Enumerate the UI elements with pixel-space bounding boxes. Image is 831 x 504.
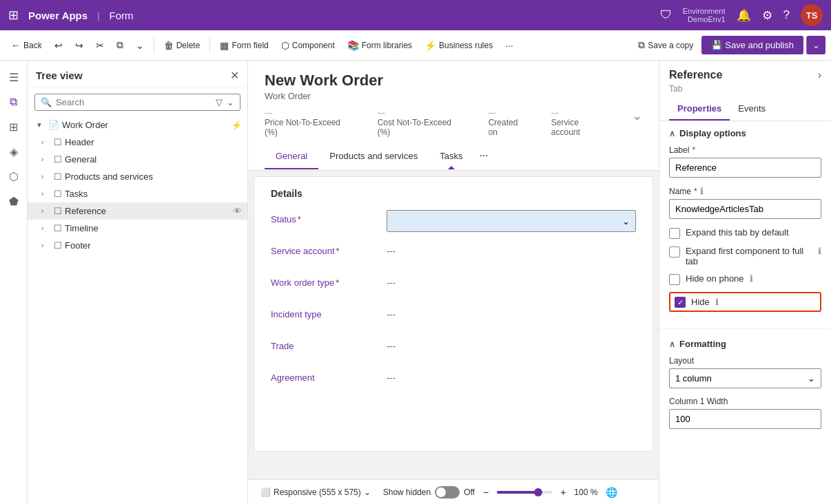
sidebar-layers-icon[interactable]: ⧉	[3, 91, 25, 113]
info-icon[interactable]: ℹ	[750, 273, 753, 284]
shield-icon: 🛡	[660, 8, 672, 22]
tree-item-general[interactable]: › ☐ General	[28, 151, 247, 168]
page-icon: ☐	[54, 240, 62, 251]
hide-checkbox[interactable]: ✓	[675, 297, 686, 308]
delete-button[interactable]: 🗑 Delete	[158, 37, 206, 54]
tab-indicator	[448, 166, 455, 169]
form-expand-icon[interactable]: ⌄	[632, 108, 642, 137]
tree-item-products-services[interactable]: › ☐ Products and services	[28, 168, 247, 185]
save-publish-dropdown-button[interactable]: ⌄	[806, 36, 825, 54]
field-value-incident-type: ---	[387, 305, 396, 319]
sidebar-icons: ☰ ⧉ ⊞ ◈ ⬡ ⬟	[0, 61, 28, 504]
tree-item-reference[interactable]: › ☐ Reference 👁	[28, 202, 247, 220]
formatting-section: ∧ Formatting Layout 1 column ⌄ Column 1 …	[659, 332, 831, 444]
copy-button[interactable]: ⧉	[111, 36, 129, 54]
name-input[interactable]	[669, 199, 821, 219]
save-copy-button[interactable]: ⧉ Save a copy	[633, 36, 699, 54]
layout-dropdown[interactable]: 1 column ⌄	[669, 368, 821, 388]
tab-tasks[interactable]: Tasks	[429, 144, 473, 169]
field-value-trade: ---	[387, 337, 396, 351]
section-label: Display options	[679, 128, 746, 138]
filter-chevron-icon[interactable]: ⌄	[227, 97, 234, 107]
required-indicator: *	[336, 246, 340, 256]
main-layout: ☰ ⧉ ⊞ ◈ ⬡ ⬟ Tree view ✕ 🔍 ▽ ⌄ ▼ 📄 Work O…	[0, 61, 831, 504]
tab-products-services[interactable]: Products and services	[318, 144, 429, 169]
meta-value: Created on	[489, 118, 529, 137]
expand-default-checkbox[interactable]	[669, 228, 680, 239]
section-collapse-icon: ∧	[669, 129, 675, 138]
tab-events[interactable]: Events	[730, 99, 774, 120]
info-icon[interactable]: ℹ	[818, 246, 821, 256]
tree-item-timeline[interactable]: › ☐ Timeline	[28, 220, 247, 237]
meta-value: Price Not-To-Exceed (%)	[265, 118, 356, 137]
sidebar-grid-icon[interactable]: ⊞	[3, 116, 25, 138]
top-bar-right: 🛡 Environment DemoEnv1 🔔 ⚙ ? TS	[660, 4, 823, 26]
status-dropdown[interactable]: ⌄	[387, 210, 636, 232]
sidebar-nav-icon[interactable]: ☰	[3, 66, 25, 88]
save-publish-button[interactable]: 💾 Save and publish	[701, 36, 803, 54]
panel-divider	[659, 328, 831, 329]
paste-options-button[interactable]: ⌄	[130, 37, 150, 54]
redo-button[interactable]: ↪	[70, 37, 89, 54]
panel-expand-icon[interactable]: ›	[818, 69, 821, 81]
redo-icon: ↪	[75, 40, 83, 51]
grid-icon[interactable]: ⊞	[8, 8, 19, 23]
toggle-track[interactable]	[435, 486, 460, 498]
tree-item-label: Products and services	[65, 171, 242, 182]
filter-icon[interactable]: ▽	[216, 97, 223, 107]
back-button[interactable]: ← Back	[6, 37, 48, 54]
tab-general[interactable]: General	[265, 144, 318, 169]
display-options-header[interactable]: ∧ Display options	[669, 128, 821, 138]
field-row-work-order-type: Work order type* ---	[271, 273, 636, 295]
expand-first-row: Expand first component to full tab ℹ	[669, 246, 821, 266]
required-star: *	[692, 145, 695, 155]
col1-width-input[interactable]	[669, 409, 821, 429]
settings-icon[interactable]: ⚙	[762, 8, 772, 23]
component-button[interactable]: ⬡ Component	[276, 37, 340, 54]
label-input[interactable]	[669, 158, 821, 178]
world-icon[interactable]: 🌐	[606, 487, 617, 498]
info-icon[interactable]: ℹ	[700, 186, 704, 196]
tree-item-tasks[interactable]: › ☐ Tasks	[28, 185, 247, 202]
add-icon[interactable]: ⚡	[232, 120, 242, 130]
form-libraries-button[interactable]: 📚 Form libraries	[342, 37, 418, 54]
publish-icon: 💾	[711, 40, 722, 50]
responsive-button[interactable]: ⬜ Responsive (555 x 575) ⌄	[256, 485, 375, 499]
tree-item-footer[interactable]: › ☐ Footer	[28, 237, 247, 254]
col1-width-field: Column 1 Width	[669, 397, 821, 429]
plus-icon[interactable]: +	[560, 487, 566, 498]
sidebar-hierarchy-icon[interactable]: ⬟	[3, 190, 25, 212]
tab-more[interactable]: ···	[473, 143, 493, 170]
environment-block: Environment DemoEnv1	[683, 7, 726, 23]
help-icon[interactable]: ?	[783, 8, 790, 22]
user-avatar[interactable]: TS	[801, 4, 823, 26]
sidebar-flow-icon[interactable]: ⬡	[3, 165, 25, 187]
name-field-label: Name * ℹ	[669, 186, 821, 196]
tree-close-button[interactable]: ✕	[230, 69, 239, 82]
search-input[interactable]	[56, 97, 212, 107]
expand-icon: ›	[41, 156, 51, 163]
toolbar-separator-1	[154, 37, 154, 54]
hide-on-phone-checkbox[interactable]	[669, 274, 680, 285]
tree-item-header[interactable]: › ☐ Header	[28, 134, 247, 151]
undo-button[interactable]: ↩	[49, 37, 68, 54]
field-row-status: Status* ⌄	[271, 210, 636, 232]
expand-first-checkbox[interactable]	[669, 246, 680, 258]
formatting-header[interactable]: ∧ Formatting	[669, 339, 821, 349]
tree-item-work-order[interactable]: ▼ 📄 Work Order ⚡	[28, 116, 247, 134]
minus-icon[interactable]: −	[483, 487, 489, 498]
tab-properties[interactable]: Properties	[669, 99, 730, 120]
business-rules-button[interactable]: ⚡ Business rules	[419, 37, 498, 54]
cut-button[interactable]: ✂	[90, 37, 110, 54]
more-options-button[interactable]: ···	[500, 37, 519, 54]
bell-icon[interactable]: 🔔	[737, 8, 751, 23]
info-icon[interactable]: ℹ	[715, 297, 719, 307]
expand-icon: ›	[41, 224, 51, 232]
field-row-service-account: Service account* ---	[271, 242, 636, 264]
back-arrow-icon: ←	[11, 40, 21, 51]
hide-row: ✓ Hide ℹ	[669, 292, 821, 312]
bottom-bar: ⬜ Responsive (555 x 575) ⌄ Show hidden O…	[248, 479, 659, 504]
zoom-slider[interactable]	[497, 491, 552, 494]
form-field-button[interactable]: ▦ Form field	[214, 37, 274, 54]
sidebar-data-icon[interactable]: ◈	[3, 140, 25, 162]
